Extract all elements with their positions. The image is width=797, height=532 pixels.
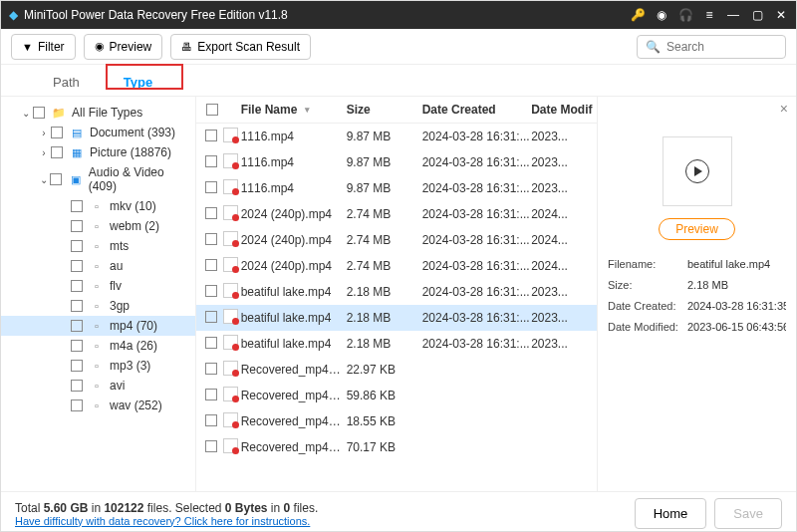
checkbox[interactable] [33,107,45,119]
chevron-down-icon[interactable]: ⌄ [19,108,33,119]
file-row[interactable]: 2024 (240p).mp42.74 MB2024-03-28 16:31:.… [196,201,597,227]
tree-root[interactable]: ⌄ 📁 All File Types [1,103,195,123]
file-row[interactable]: 1116.mp49.87 MB2024-03-28 16:31:...2023.… [196,175,597,201]
checkbox[interactable] [71,240,83,252]
file-row[interactable]: 1116.mp49.87 MB2024-03-28 16:31:...2023.… [196,149,597,175]
chevron-down-icon[interactable]: ⌄ [37,174,50,185]
tree-ext-au[interactable]: ▫au [1,256,195,276]
tree-ext-mp3[interactable]: ▫mp3 (3) [1,356,195,376]
cell-size: 2.74 MB [347,259,422,273]
file-row[interactable]: Recovered_mp4_f...18.55 KB [196,408,597,434]
file-row[interactable]: Recovered_mp4_f...59.86 KB [196,383,597,408]
file-row[interactable]: Recovered_mp4_f...70.17 KB [196,434,597,460]
tree-document[interactable]: › ▤ Document (393) [1,123,195,142]
col-created[interactable]: Date Created [422,103,532,117]
tree-picture[interactable]: › ▦ Picture (18876) [1,142,195,162]
cell-created: 2024-03-28 16:31:... [422,259,532,273]
file-row[interactable]: 1116.mp49.87 MB2024-03-28 16:31:...2023.… [196,124,597,149]
tree-ext-webm[interactable]: ▫webm (2) [1,216,195,236]
home-button[interactable]: Home [635,498,707,529]
tree-ext-flv[interactable]: ▫flv [1,276,195,296]
chevron-right-icon[interactable]: › [37,128,51,138]
cell-size: 2.18 MB [347,337,422,351]
file-row[interactable]: 2024 (240p).mp42.74 MB2024-03-28 16:31:.… [196,227,597,253]
file-list-body[interactable]: 1116.mp49.87 MB2024-03-28 16:31:...2023.… [196,124,597,491]
checkbox[interactable] [71,360,83,372]
tree-ext-mts[interactable]: ▫mts [1,236,195,256]
filter-button[interactable]: ▼Filter [11,34,76,60]
row-checkbox[interactable] [205,233,217,245]
row-checkbox[interactable] [205,155,217,167]
tab-path[interactable]: Path [31,69,102,96]
checkbox[interactable] [71,380,83,392]
close-icon[interactable]: ✕ [774,8,788,22]
checkbox[interactable] [50,173,62,185]
checkbox[interactable] [71,399,83,411]
search-input[interactable] [666,40,777,54]
tree-audio-video[interactable]: ⌄ ▣ Audio & Video (409) [1,162,195,196]
help-link[interactable]: Have difficulty with data recovery? Clic… [15,515,627,527]
tab-type[interactable]: Type [102,69,174,96]
app-logo-icon: ◆ [9,8,18,22]
file-row[interactable]: 2024 (240p).mp42.74 MB2024-03-28 16:31:.… [196,253,597,279]
checkbox[interactable] [51,146,63,158]
row-checkbox[interactable] [205,285,217,297]
row-checkbox[interactable] [205,311,217,323]
checkbox[interactable] [71,320,83,332]
chevron-right-icon[interactable]: › [37,147,51,158]
save-button[interactable]: Save [714,498,782,529]
tree-ext-m4a[interactable]: ▫m4a (26) [1,336,195,356]
disc-icon[interactable]: ◉ [655,8,668,22]
key-icon[interactable]: 🔑 [631,8,645,22]
file-row[interactable]: beatiful lake.mp42.18 MB2024-03-28 16:31… [196,279,597,305]
row-checkbox[interactable] [205,389,217,400]
file-list-header: File Name▾ Size Date Created Date Modif [196,97,597,124]
menu-icon[interactable]: ≡ [702,8,716,22]
video-file-icon [223,153,238,168]
cell-size: 18.55 KB [347,414,422,428]
tree-ext-avi[interactable]: ▫avi [1,376,195,396]
headset-icon[interactable]: 🎧 [678,8,692,22]
cell-size: 2.74 MB [347,233,422,247]
checkbox[interactable] [71,220,83,232]
checkbox[interactable] [71,280,83,292]
col-filename[interactable]: File Name▾ [241,103,347,117]
col-size[interactable]: Size [347,103,422,117]
row-checkbox[interactable] [205,181,217,193]
col-modified[interactable]: Date Modif [531,103,593,117]
tree-ext-mkv[interactable]: ▫mkv (10) [1,196,195,216]
checkbox[interactable] [51,127,63,138]
row-checkbox[interactable] [205,337,217,349]
row-checkbox[interactable] [205,440,217,452]
row-checkbox[interactable] [205,259,217,271]
row-checkbox[interactable] [205,130,217,141]
audio-video-icon: ▣ [68,172,83,186]
maximize-icon[interactable]: ▢ [750,8,764,22]
minimize-icon[interactable]: — [726,8,740,22]
row-checkbox[interactable] [205,207,217,219]
cell-modified: 2023... [531,337,593,351]
preview-button[interactable]: ◉Preview [84,34,163,60]
tree-ext-mp4[interactable]: ▫mp4 (70) [1,316,195,336]
select-all-checkbox[interactable] [206,104,218,116]
preview-thumbnail [663,136,732,206]
row-checkbox[interactable] [205,363,217,375]
export-button[interactable]: 🖶Export Scan Result [170,34,311,60]
folder-icon: 📁 [51,106,67,120]
tree-ext-3gp[interactable]: ▫3gp [1,296,195,316]
cell-modified: 2023... [531,285,593,299]
close-preview-icon[interactable]: × [780,101,788,117]
file-row[interactable]: beatiful lake.mp42.18 MB2024-03-28 16:31… [196,331,597,357]
row-checkbox[interactable] [205,414,217,426]
picture-icon: ▦ [69,145,85,159]
sidebar-tree[interactable]: ⌄ 📁 All File Types › ▤ Document (393) › … [1,97,196,491]
checkbox[interactable] [71,300,83,312]
file-row[interactable]: Recovered_mp4_f...22.97 KB [196,357,597,383]
file-row[interactable]: beatiful lake.mp42.18 MB2024-03-28 16:31… [196,305,597,331]
checkbox[interactable] [71,260,83,272]
search-box[interactable]: 🔍 [637,35,786,59]
checkbox[interactable] [71,200,83,212]
preview-open-button[interactable]: Preview [659,218,735,240]
tree-ext-wav[interactable]: ▫wav (252) [1,396,195,415]
checkbox[interactable] [71,340,83,352]
